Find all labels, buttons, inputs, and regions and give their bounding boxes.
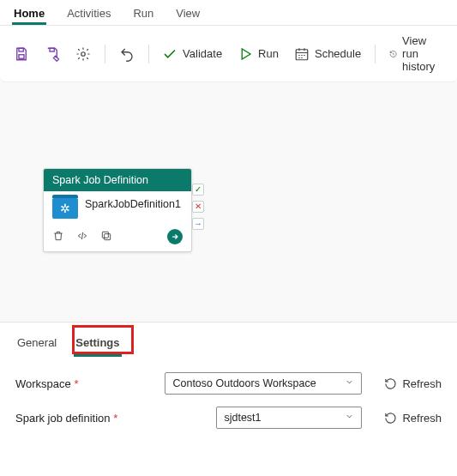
validate-button[interactable]: Validate (157, 43, 227, 65)
undo-button[interactable] (114, 43, 140, 65)
node-skip-port[interactable]: → (192, 218, 204, 230)
history-label: View run history (402, 34, 443, 73)
delete-node-button[interactable] (52, 230, 64, 244)
workspace-label-text: Workspace (15, 377, 71, 390)
menu-tabs: Home Activities Run View (0, 0, 457, 26)
schedule-button[interactable]: Schedule (289, 43, 366, 65)
refresh-label: Refresh (402, 412, 442, 425)
spark-job-node[interactable]: Spark Job Definition ✲ SparkJobDefinitio… (43, 168, 192, 252)
settings-form: Workspace * Contoso Outdoors Workspace R… (0, 360, 457, 449)
tab-general[interactable]: General (15, 333, 58, 357)
tab-settings[interactable]: Settings (74, 333, 121, 357)
spark-row: Spark job definition * sjdtest1 Refresh (15, 407, 442, 429)
node-footer (44, 226, 191, 251)
refresh-label: Refresh (402, 377, 442, 390)
spark-label: Spark job definition * (15, 412, 156, 425)
svg-rect-1 (19, 54, 24, 58)
node-fail-port[interactable]: ✕ (192, 201, 204, 213)
svg-point-3 (81, 51, 86, 56)
property-tabs: General Settings (0, 322, 457, 360)
node-title: SparkJobDefinition1 (85, 198, 181, 212)
save-as-icon (45, 46, 60, 62)
run-button[interactable]: Run (232, 43, 284, 65)
spark-select[interactable]: sjdtest1 (216, 407, 362, 429)
arrow-right-icon (171, 232, 179, 241)
menu-tab-view[interactable]: View (174, 3, 201, 25)
spark-label-text: Spark job definition (15, 412, 111, 425)
menu-tab-home[interactable]: Home (12, 3, 46, 25)
workspace-refresh-button[interactable]: Refresh (384, 377, 442, 390)
svg-rect-0 (19, 48, 23, 51)
run-label: Run (258, 47, 279, 60)
copy-node-button[interactable] (100, 230, 112, 244)
save-icon (14, 46, 29, 62)
node-header: Spark Job Definition (44, 169, 191, 191)
menu-tab-run[interactable]: Run (131, 3, 155, 25)
validate-label: Validate (183, 47, 222, 60)
check-icon (162, 46, 177, 62)
menu-tab-activities[interactable]: Activities (65, 3, 112, 25)
schedule-label: Schedule (315, 47, 361, 60)
pipeline-canvas[interactable]: Spark Job Definition ✲ SparkJobDefinitio… (0, 82, 457, 322)
svg-rect-5 (105, 233, 111, 239)
code-node-button[interactable] (76, 230, 88, 244)
refresh-icon (384, 412, 397, 425)
trash-icon (52, 230, 64, 242)
spark-icon: ✲ (52, 198, 78, 219)
copy-icon (100, 230, 112, 242)
svg-rect-6 (102, 232, 108, 238)
node-success-port[interactable]: ✓ (192, 184, 204, 196)
settings-button[interactable] (70, 43, 96, 65)
svg-rect-2 (50, 48, 54, 51)
workspace-row: Workspace * Contoso Outdoors Workspace R… (15, 372, 442, 395)
required-marker: * (74, 377, 78, 390)
gear-icon (75, 46, 91, 62)
node-run-button[interactable] (167, 229, 183, 244)
refresh-icon (384, 377, 397, 390)
save-as-button[interactable] (39, 43, 65, 65)
toolbar-separator (375, 45, 376, 63)
workspace-label: Workspace * (15, 377, 156, 390)
node-body: ✲ SparkJobDefinition1 (44, 191, 191, 226)
play-icon (238, 46, 253, 62)
calendar-icon (294, 46, 310, 62)
toolbar-separator (105, 45, 105, 63)
node-status-markers: ✓ ✕ → (192, 184, 204, 230)
required-marker: * (113, 412, 117, 425)
toolbar-separator (148, 45, 149, 63)
code-icon (76, 230, 88, 242)
toolbar: Validate Run Schedule View run history (0, 26, 457, 82)
workspace-select[interactable]: Contoso Outdoors Workspace (165, 372, 362, 395)
chevron-down-icon (345, 377, 354, 389)
workspace-value: Contoso Outdoors Workspace (172, 377, 316, 389)
spark-refresh-button[interactable]: Refresh (384, 412, 442, 425)
spark-value: sjdtest1 (224, 412, 261, 424)
undo-icon (119, 46, 135, 62)
chevron-down-icon (345, 412, 354, 424)
save-button[interactable] (9, 43, 34, 65)
history-icon (389, 46, 397, 62)
view-history-button[interactable]: View run history (384, 31, 448, 76)
